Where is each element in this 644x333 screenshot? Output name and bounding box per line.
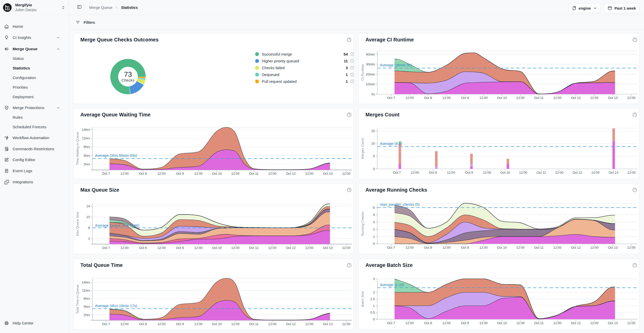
svg-text:Average Queue Size (5.96): Average Queue Size (5.96) [95, 223, 139, 227]
svg-text:12:00: 12:00 [483, 171, 491, 174]
svg-text:12:00: 12:00 [405, 96, 414, 100]
svg-text:10: 10 [371, 142, 375, 145]
svg-text:11hrs: 11hrs [82, 289, 90, 292]
svg-text:Merges Count: Merges Count [361, 138, 364, 159]
svg-text:12:00: 12:00 [120, 322, 129, 326]
svg-text:12:00: 12:00 [516, 321, 525, 325]
svg-text:Oct 11: Oct 11 [534, 96, 544, 100]
svg-text:max_parallel_checks (5): max_parallel_checks (5) [380, 202, 420, 207]
svg-text:12:00: 12:00 [305, 322, 313, 326]
svg-text:Average (4hrs 16min 17s): Average (4hrs 16min 17s) [95, 304, 137, 308]
svg-text:Oct 10: Oct 10 [497, 321, 507, 325]
svg-text:5: 5 [373, 206, 375, 210]
svg-text:Oct 13: Oct 13 [323, 172, 333, 175]
svg-text:54: 54 [343, 52, 348, 56]
svg-text:12:00: 12:00 [553, 321, 562, 325]
svg-text:12:00: 12:00 [231, 172, 240, 175]
svg-text:12:00: 12:00 [627, 321, 635, 325]
svg-text:5hrs: 5hrs [84, 305, 90, 309]
svg-text:12:00: 12:00 [516, 246, 525, 249]
svg-text:12:00: 12:00 [342, 246, 351, 250]
svg-text:12:00: 12:00 [342, 322, 351, 326]
svg-text:Oct 9: Oct 9 [461, 246, 469, 249]
svg-text:1.5: 1.5 [370, 297, 375, 301]
svg-text:Checks failed: Checks failed [262, 66, 285, 70]
svg-text:Dequeued: Dequeued [262, 72, 279, 77]
svg-text:Time Waiting in Queue: Time Waiting in Queue [76, 132, 79, 165]
svg-text:5: 5 [373, 154, 375, 158]
svg-text:12:00: 12:00 [342, 172, 351, 175]
svg-text:Average (8.8): Average (8.8) [380, 142, 402, 146]
svg-text:12:00: 12:00 [157, 172, 166, 175]
svg-text:12:00: 12:00 [268, 322, 277, 326]
svg-text:12:00: 12:00 [447, 171, 455, 174]
svg-text:Oct 12: Oct 12 [571, 246, 581, 249]
svg-text:Total Time in Queue: Total Time in Queue [76, 285, 79, 314]
svg-text:Oct 10: Oct 10 [497, 246, 507, 249]
svg-text:Oct 7: Oct 7 [102, 246, 110, 250]
svg-text:Oct 7: Oct 7 [387, 246, 395, 249]
svg-text:2: 2 [373, 227, 375, 231]
svg-text:Oct 9: Oct 9 [176, 172, 184, 175]
svg-text:2: 2 [373, 290, 375, 294]
svg-text:12:00: 12:00 [120, 246, 129, 250]
svg-text:11hrs: 11hrs [82, 136, 90, 140]
svg-text:Oct 10: Oct 10 [212, 322, 222, 326]
svg-text:12:00: 12:00 [591, 171, 600, 174]
svg-text:30min: 30min [366, 62, 375, 66]
svg-text:Oct 10: Oct 10 [212, 172, 222, 175]
svg-text:Oct 12: Oct 12 [286, 246, 295, 250]
svg-text:12:00: 12:00 [590, 96, 599, 100]
svg-text:5hrs: 5hrs [84, 154, 90, 158]
svg-text:0.5: 0.5 [370, 311, 375, 314]
svg-text:3: 3 [346, 66, 348, 70]
svg-text:Oct 8: Oct 8 [139, 322, 147, 326]
svg-text:12:00: 12:00 [157, 322, 166, 326]
svg-text:Max Queue Size: Max Queue Size [76, 212, 79, 236]
svg-text:Oct 9: Oct 9 [461, 96, 469, 100]
svg-text:3: 3 [373, 220, 375, 224]
svg-text:Oct 13: Oct 13 [608, 96, 617, 100]
svg-text:12:00: 12:00 [442, 321, 451, 325]
svg-text:11: 11 [344, 59, 348, 63]
svg-text:12:00: 12:00 [120, 172, 129, 175]
svg-text:12:00: 12:00 [194, 322, 203, 326]
svg-text:12:00: 12:00 [553, 96, 562, 100]
svg-text:14hrs: 14hrs [82, 280, 90, 284]
svg-text:12:00: 12:00 [627, 246, 635, 249]
svg-text:12:00: 12:00 [590, 321, 599, 325]
svg-text:2: 2 [88, 237, 90, 241]
svg-text:12:00: 12:00 [405, 321, 414, 325]
svg-text:Oct 12: Oct 12 [572, 171, 582, 174]
svg-text:Oct 13: Oct 13 [323, 322, 333, 326]
svg-text:73: 73 [124, 70, 132, 78]
svg-text:8hrs: 8hrs [84, 297, 90, 300]
svg-text:6: 6 [88, 226, 90, 230]
svg-text:1: 1 [346, 72, 348, 77]
svg-text:Running Checks: Running Checks [361, 212, 364, 236]
svg-text:14: 14 [86, 204, 90, 208]
svg-text:12:00: 12:00 [479, 246, 488, 249]
svg-text:Oct 8: Oct 8 [424, 96, 432, 100]
svg-text:12:00: 12:00 [305, 172, 313, 175]
svg-text:12:00: 12:00 [231, 322, 240, 326]
svg-text:12:00: 12:00 [442, 246, 451, 249]
svg-text:12:00: 12:00 [590, 246, 599, 249]
svg-text:12:00: 12:00 [516, 96, 525, 100]
svg-text:Oct 13: Oct 13 [608, 321, 617, 325]
svg-text:0s: 0s [371, 92, 375, 96]
svg-text:Oct 7: Oct 7 [102, 322, 110, 326]
svg-text:12:00: 12:00 [479, 96, 488, 100]
svg-text:15: 15 [371, 129, 375, 133]
svg-text:n: n [7, 48, 8, 50]
svg-text:Average (26min 9s): Average (26min 9s) [380, 63, 412, 67]
svg-text:12:00: 12:00 [157, 246, 166, 250]
svg-text:12:00: 12:00 [627, 171, 636, 174]
svg-text:Oct 9: Oct 9 [176, 246, 184, 250]
svg-text:0: 0 [373, 242, 375, 246]
svg-text:40min: 40min [366, 53, 375, 56]
svg-text:Oct 11: Oct 11 [534, 246, 544, 249]
svg-text:Oct 13: Oct 13 [608, 246, 617, 249]
svg-text:Oct 11: Oct 11 [534, 321, 544, 325]
svg-text:Oct 9: Oct 9 [176, 322, 184, 326]
